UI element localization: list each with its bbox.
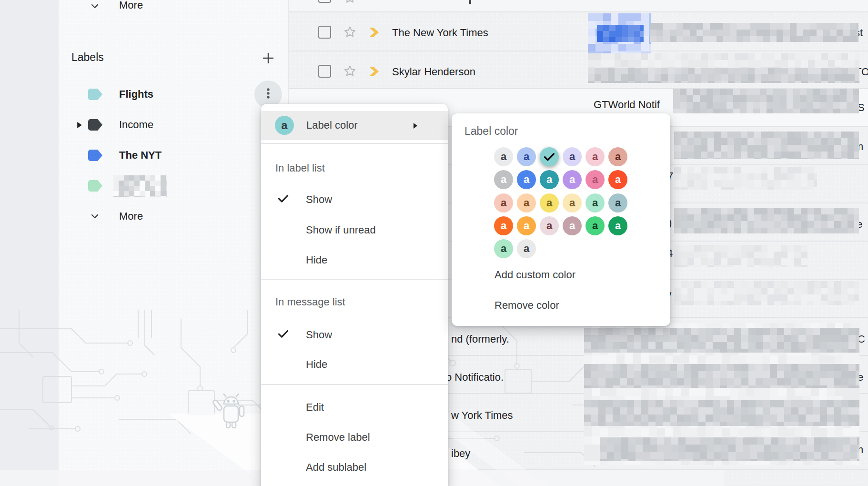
color-swatch[interactable]: a — [608, 216, 627, 235]
color-swatch[interactable]: a — [563, 147, 582, 166]
expand-caret-icon[interactable] — [76, 122, 82, 131]
color-swatch[interactable]: a — [494, 216, 513, 235]
color-swatch[interactable]: a — [517, 239, 536, 258]
swatch-letter: a — [501, 151, 506, 163]
importance-marker-icon — [368, 66, 381, 79]
label-tag-icon — [88, 180, 102, 192]
checkbox[interactable] — [318, 0, 331, 3]
color-swatch[interactable]: a — [494, 170, 513, 189]
swatch-letter: a — [524, 151, 529, 163]
sidebar-label-the-nyt[interactable]: The NYT — [59, 142, 288, 169]
swatch-letter: a — [569, 173, 575, 186]
menu-item-label: Remove label — [306, 431, 370, 444]
label-tag-icon — [88, 119, 102, 131]
text-fragment — [469, 0, 471, 4]
sidebar-item-more-labels[interactable]: More — [119, 210, 143, 223]
menu-divider — [261, 279, 448, 280]
chevron-down-icon — [89, 0, 101, 14]
menu-item-add-sublabel[interactable]: Add sublabel — [261, 456, 448, 479]
sidebar-label-income[interactable]: Income — [59, 111, 288, 138]
color-swatch[interactable]: a — [585, 170, 605, 189]
check-icon — [276, 327, 290, 343]
color-swatch[interactable]: a — [494, 147, 513, 166]
color-swatch[interactable]: a — [585, 147, 605, 166]
email-sender: Skylar Henderson — [392, 65, 475, 78]
swatch-letter: a — [501, 243, 506, 255]
menu-item-hide[interactable]: Hide — [261, 353, 448, 376]
row-divider — [289, 51, 868, 51]
color-swatch[interactable]: a — [517, 193, 536, 213]
redacted-content — [674, 208, 859, 233]
color-swatch[interactable]: a — [540, 170, 559, 189]
menu-section-header: In label list — [275, 162, 325, 174]
star-icon[interactable] — [343, 64, 357, 81]
swatch-letter: a — [592, 197, 598, 209]
swatch-letter: a — [615, 197, 621, 209]
color-swatch[interactable]: a — [585, 193, 605, 213]
star-icon[interactable] — [343, 25, 357, 41]
menu-item-edit[interactable]: Edit — [261, 395, 448, 419]
swatch-letter: a — [524, 220, 529, 232]
swatch-letter: a — [524, 173, 529, 186]
menu-item-remove-label[interactable]: Remove label — [261, 425, 448, 449]
menu-section-header: In message list — [275, 296, 345, 308]
menu-divider — [261, 143, 448, 144]
label-tag-icon — [88, 89, 102, 100]
color-swatch[interactable]: a — [608, 170, 627, 189]
swatch-letter: a — [524, 197, 529, 209]
color-swatch[interactable]: a — [517, 147, 536, 166]
menu-item-label-color-text: Label color — [306, 119, 358, 132]
create-label-button[interactable] — [261, 51, 276, 68]
sidebar-label-redacted[interactable] — [59, 172, 288, 199]
color-swatch[interactable]: a — [563, 170, 582, 189]
color-swatch[interactable]: a — [585, 216, 605, 235]
color-swatch[interactable]: a — [517, 216, 536, 235]
swatch-letter: a — [569, 220, 575, 232]
row-checkbox[interactable] — [318, 26, 331, 39]
swatch-letter: a — [546, 197, 552, 209]
redacted-content — [584, 364, 859, 388]
menu-item-show[interactable]: Show — [261, 323, 448, 347]
add-custom-color-item[interactable]: Add custom color — [495, 269, 575, 281]
label-color-preview-icon: a — [275, 116, 294, 135]
color-swatch[interactable]: a — [563, 216, 582, 235]
color-swatch[interactable]: a — [540, 193, 559, 213]
color-swatch[interactable]: a — [608, 147, 627, 166]
redacted-content — [600, 437, 859, 461]
color-swatch[interactable]: a — [540, 216, 559, 235]
email-sender-fragment: o Notificatio. — [446, 371, 504, 384]
color-swatch-selected[interactable] — [540, 147, 559, 166]
row-checkbox[interactable] — [318, 65, 331, 78]
menu-item-show-if-unread[interactable]: Show if unread — [261, 218, 448, 242]
swatch-letter: a — [546, 173, 552, 186]
three-dots-icon — [262, 87, 274, 101]
redacted-content — [584, 328, 859, 353]
swatch-letter: a — [592, 173, 598, 186]
label-tag-icon — [88, 150, 102, 161]
submenu-arrow-icon — [413, 122, 418, 132]
label-options-menu: a Label color In label listShowShow if u… — [261, 104, 448, 486]
email-sender-fragment: nd (formerly. — [451, 333, 509, 345]
email-row-partial — [289, 0, 868, 11]
swatch-letter: a — [524, 243, 529, 255]
swatch-letter: a — [501, 173, 506, 186]
redacted-content — [674, 281, 859, 305]
swatch-letter: a — [546, 220, 552, 232]
color-swatch[interactable]: a — [563, 193, 582, 213]
color-swatch[interactable]: a — [494, 193, 513, 213]
menu-divider — [261, 384, 448, 385]
star-icon[interactable] — [343, 0, 357, 7]
sidebar-label-name: Flights — [119, 88, 153, 101]
menu-item-label: Hide — [306, 254, 327, 266]
remove-color-item[interactable]: Remove color — [495, 299, 559, 312]
color-swatch[interactable]: a — [608, 193, 627, 213]
color-swatch[interactable]: a — [494, 239, 513, 258]
sidebar-item-more-top[interactable]: More — [119, 0, 143, 11]
menu-item-hide[interactable]: Hide — [261, 248, 448, 272]
plus-icon — [261, 59, 276, 67]
sidebar-label-flights[interactable]: Flights — [59, 81, 288, 108]
menu-item-show[interactable]: Show — [261, 188, 448, 212]
check-icon — [276, 192, 290, 207]
swatch-letter: a — [592, 220, 598, 232]
color-swatch[interactable]: a — [517, 170, 536, 189]
